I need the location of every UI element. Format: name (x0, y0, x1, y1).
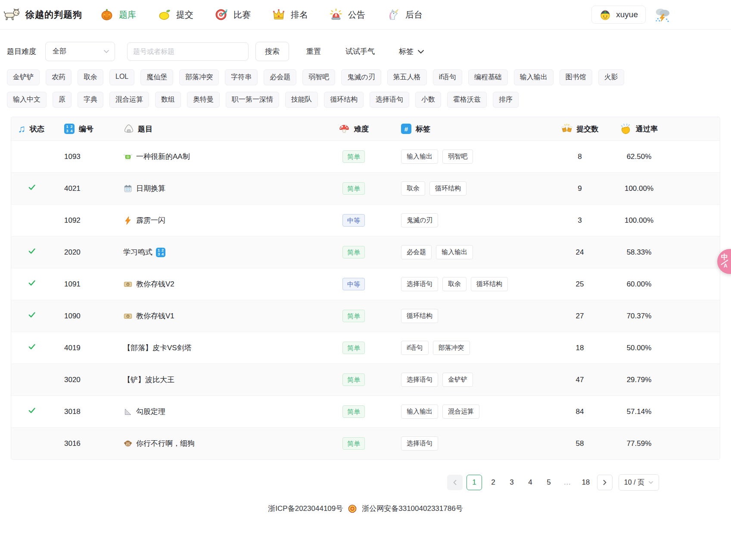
problem-row[interactable]: 3016你行不行啊，细狗简单选择语句5877.59% (11, 427, 720, 459)
tag-chip[interactable]: 选择语句 (370, 92, 409, 108)
page-number-2[interactable]: 2 (486, 475, 501, 490)
problem-tag: 选择语句 (401, 277, 438, 291)
tag-chip[interactable]: 第五人格 (387, 69, 427, 85)
tag-chip[interactable]: 取余 (78, 69, 103, 85)
tag-chip[interactable]: LOL (109, 69, 134, 85)
column-header-pass_rate[interactable]: 通过率 (612, 123, 666, 134)
tag-chip[interactable]: 必会题 (264, 69, 296, 85)
problem-row[interactable]: 4021日期换算简单取余循环结构9100.00% (11, 172, 720, 204)
tag-chip[interactable]: 数组 (155, 92, 181, 108)
problem-row[interactable]: 1092霹雳一闪中等鬼滅の刃3100.00% (11, 204, 720, 236)
tag-chip[interactable]: 弱智吧 (302, 69, 335, 85)
problem-title[interactable]: 一种很新的AA制 (136, 152, 190, 162)
problem-title[interactable]: 你行不行啊，细狗 (136, 439, 195, 448)
problem-row[interactable]: 2020学习鸣式1234简单必会题输入输出2458.33% (11, 236, 720, 268)
problem-row[interactable]: 3018勾股定理简单输入输出混合运算8457.14% (11, 395, 720, 427)
tags-cell: 输入输出弱智吧 (386, 149, 547, 164)
tag-chip[interactable]: 图书馆 (560, 69, 592, 85)
problem-title[interactable]: 学习鸣式 (123, 247, 152, 257)
submissions-count: 47 (547, 376, 612, 384)
problem-tag: 取余 (442, 277, 467, 291)
page-number-3[interactable]: 3 (504, 475, 519, 490)
problem-id: 1090 (59, 312, 117, 320)
nav-item-bisai[interactable]: 比赛 (215, 8, 251, 21)
pass-rate: 62.50% (612, 152, 666, 161)
tag-chip[interactable]: 字典 (78, 92, 103, 108)
submissions-count: 84 (547, 408, 612, 416)
problem-tag: 循环结构 (401, 309, 438, 323)
storm-icon (654, 6, 671, 23)
problem-id: 2020 (59, 248, 117, 257)
problem-row[interactable]: 1090教你存钱V1简单循环结构2770.37% (11, 300, 720, 332)
problem-tag: 部落冲突 (433, 341, 470, 355)
tag-chip[interactable]: 金铲铲 (7, 69, 40, 85)
difficulty-badge: 简单 (342, 437, 365, 450)
column-header-submissions[interactable]: 提交数 (547, 123, 612, 134)
column-header-difficulty[interactable]: 难度 (321, 123, 386, 134)
problem-title[interactable]: 【部落】皮卡VS剑塔 (123, 343, 192, 353)
tag-chip[interactable]: 部落冲突 (179, 69, 219, 85)
tag-filter-list: 金铲铲农药取余LOL魔仙堡部落冲突字符串必会题弱智吧鬼滅の刃第五人格if语句编程… (0, 61, 660, 108)
problem-title[interactable]: 日期换算 (136, 184, 165, 193)
difficulty-cell: 简单 (321, 182, 386, 195)
status-cell (11, 247, 59, 257)
page-number-4[interactable]: 4 (523, 475, 538, 490)
tag-chip[interactable]: 鬼滅の刃 (341, 69, 381, 85)
tag-chip[interactable]: 火影 (598, 69, 624, 85)
tag-chip[interactable]: 奥特曼 (187, 92, 220, 108)
tag-chip[interactable]: 原 (53, 92, 72, 108)
page-size-select[interactable]: 10 / 页 (619, 474, 659, 491)
column-header-tags[interactable]: #标签 (386, 124, 547, 134)
search-button[interactable]: 搜索 (255, 42, 289, 61)
navbar-right: xuyue (591, 6, 671, 24)
tag-chip[interactable]: if语句 (433, 69, 462, 85)
icp-text: 浙ICP备2023044109号 (268, 504, 343, 513)
tag-chip[interactable]: 小数 (415, 92, 441, 108)
tags-cell: 必会题输入输出 (386, 245, 547, 259)
reset-button[interactable]: 重置 (306, 47, 321, 56)
problem-title[interactable]: 勾股定理 (136, 407, 165, 417)
tag-chip[interactable]: 魔仙堡 (140, 69, 173, 85)
nav-item-gonggao[interactable]: 公告 (330, 8, 365, 21)
nav-item-tiku[interactable]: 题库 (100, 8, 136, 21)
lucky-button[interactable]: 试试手气 (345, 47, 375, 56)
problem-row[interactable]: 1091教你存钱V2中等选择语句取余循环结构2560.00% (11, 268, 720, 300)
tags-toggle[interactable]: 标签 (399, 47, 424, 56)
problem-id: 1093 (59, 152, 117, 161)
problem-title[interactable]: 霹雳一闪 (136, 215, 165, 225)
column-header-id[interactable]: 1234编号 (59, 124, 117, 134)
problem-row[interactable]: 1093一种很新的AA制简单输入输出弱智吧862.50% (11, 140, 720, 172)
nav-item-paiming[interactable]: 排名 (272, 8, 308, 21)
tag-chip[interactable]: 排序 (493, 92, 519, 108)
tag-chip[interactable]: 技能队 (285, 92, 318, 108)
page-number-18[interactable]: 18 (579, 475, 593, 490)
tag-chip[interactable]: 职一第一深情 (226, 92, 279, 108)
problem-title[interactable]: 【铲】波比大王 (123, 375, 174, 385)
prev-page-button[interactable] (447, 475, 463, 490)
nav-item-tijiao[interactable]: 提交 (158, 8, 193, 21)
problem-title[interactable]: 教你存钱V1 (136, 311, 174, 321)
search-input[interactable] (127, 42, 249, 61)
user-button[interactable]: xuyue (591, 6, 646, 24)
next-page-button[interactable] (597, 475, 613, 490)
column-header-title[interactable]: 题目 (117, 123, 321, 134)
problem-row[interactable]: 3020【铲】波比大王简单选择语句金铲铲4729.79% (11, 364, 720, 395)
siren-icon (330, 8, 342, 21)
tag-chip[interactable]: 循环结构 (324, 92, 364, 108)
column-header-status[interactable]: ♫状态 (11, 124, 59, 134)
tag-chip[interactable]: 字符串 (225, 69, 258, 85)
nav-item-houtai[interactable]: 后台 (387, 8, 423, 21)
page-number-1[interactable]: 1 (467, 475, 482, 490)
difficulty-select[interactable]: 全部 (45, 42, 115, 61)
tag-chip[interactable]: 农药 (46, 69, 72, 85)
problem-title[interactable]: 教你存钱V2 (136, 279, 174, 289)
tag-chip[interactable]: 输入输出 (514, 69, 554, 85)
tag-chip[interactable]: 混合运算 (109, 92, 149, 108)
problem-row[interactable]: 4019【部落】皮卡VS剑塔简单if语句部落冲突1850.00% (11, 332, 720, 364)
ruler-icon (123, 407, 133, 417)
tag-chip[interactable]: 霍格沃兹 (447, 92, 487, 108)
tag-chip[interactable]: 输入中文 (7, 92, 47, 108)
page-number-5[interactable]: 5 (541, 475, 556, 490)
tag-chip[interactable]: 编程基础 (468, 69, 508, 85)
title-cell: 教你存钱V1 (117, 311, 321, 321)
